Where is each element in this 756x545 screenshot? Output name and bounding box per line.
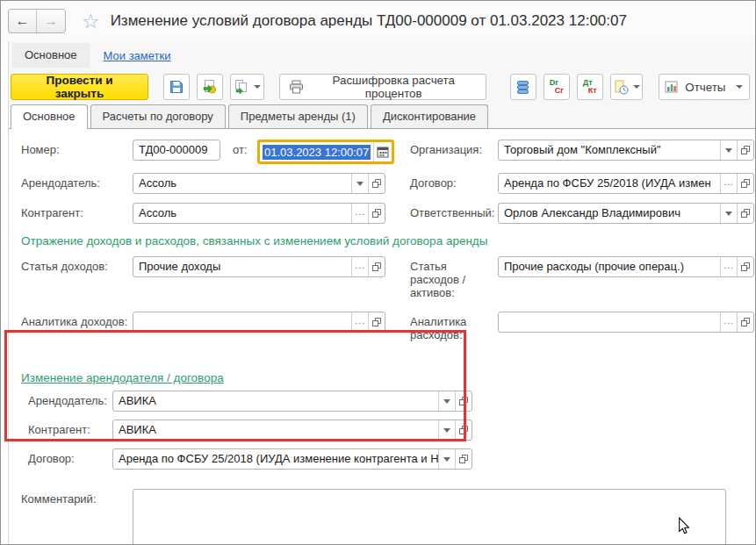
- ellipsis-icon[interactable]: ...: [720, 174, 737, 193]
- number-field[interactable]: ТД00-000009: [133, 140, 220, 160]
- open-form-icon[interactable]: [737, 204, 753, 223]
- expense-analytics-label: Аналитика расходов:: [410, 312, 498, 341]
- responsible-field[interactable]: Орлов Александр Владимирович: [499, 204, 720, 223]
- ellipsis-icon[interactable]: ...: [351, 312, 368, 332]
- dropdown-icon[interactable]: [438, 449, 455, 469]
- ellipsis-icon[interactable]: ...: [351, 204, 368, 223]
- new-lessor-label: Арендодатель:: [28, 391, 112, 412]
- contract-field[interactable]: Аренда по ФСБУ 25/2018 (ИУДА измен: [499, 174, 720, 193]
- change-lessor-section-link[interactable]: Изменение арендодателя / договора: [21, 371, 224, 384]
- open-form-icon[interactable]: [737, 140, 753, 160]
- new-lessor-field[interactable]: АВИКА: [113, 391, 438, 411]
- open-form-icon[interactable]: [737, 174, 753, 193]
- lessor-field[interactable]: Ассоль: [133, 174, 351, 193]
- back-icon[interactable]: ←: [9, 10, 37, 32]
- nav-item-main[interactable]: Основное: [12, 43, 90, 68]
- lessor-label: Арендодатель:: [21, 173, 133, 194]
- save-icon: [169, 79, 184, 95]
- form-area: Номер: ТД00-000009 от: 01.03.2023 12:00:…: [9, 129, 755, 545]
- open-form-icon[interactable]: [368, 312, 385, 332]
- dropdown-icon[interactable]: [720, 140, 737, 160]
- tab-lease-subjects[interactable]: Предметы аренды (1): [228, 104, 368, 128]
- forward-icon[interactable]: →: [37, 10, 65, 32]
- printer-icon: [289, 80, 304, 94]
- open-form-icon[interactable]: [368, 204, 385, 223]
- contract-label: Договор:: [410, 173, 498, 194]
- open-form-icon[interactable]: [737, 257, 753, 276]
- post-and-close-button[interactable]: Провести и закрыть: [11, 74, 148, 100]
- post-document-icon: [202, 79, 218, 95]
- dropdown-icon[interactable]: [438, 420, 455, 440]
- income-item-label: Статья доходов:: [21, 256, 133, 299]
- register-list-icon: [516, 80, 529, 95]
- ellipsis-icon[interactable]: ...: [720, 312, 737, 332]
- report-chart-icon: [665, 80, 679, 94]
- drcr-icon: Dr Cr: [550, 79, 564, 95]
- open-form-icon[interactable]: [455, 420, 472, 440]
- drcr-entries-button[interactable]: Dr Cr: [544, 74, 570, 100]
- dropdown-icon[interactable]: [351, 174, 368, 193]
- open-form-icon[interactable]: [737, 312, 753, 332]
- counterparty-label: Контрагент:: [21, 203, 133, 224]
- income-item-field[interactable]: Прочие доходы: [133, 257, 351, 276]
- organization-field[interactable]: Торговый дом "Комплексный": [499, 140, 720, 160]
- calendar-icon[interactable]: [373, 142, 392, 161]
- dtkt-entries-button[interactable]: Дт Кт: [577, 74, 603, 100]
- interest-calc-decrypt-button[interactable]: Расшифровка расчета процентов: [279, 74, 486, 100]
- dropdown-icon[interactable]: [720, 204, 737, 223]
- command-bar: Провести и закрыть: [9, 69, 755, 104]
- chevron-down-icon: [254, 85, 261, 89]
- number-label: Номер:: [21, 140, 133, 164]
- expense-item-field[interactable]: Прочие расходы (прочие операц.): [499, 257, 720, 276]
- open-form-icon[interactable]: [455, 449, 472, 469]
- open-form-icon[interactable]: [368, 257, 385, 276]
- create-based-on-button[interactable]: [230, 74, 264, 100]
- register-records-button[interactable]: [510, 74, 536, 100]
- save-button[interactable]: [163, 74, 190, 100]
- chevron-down-icon: [736, 85, 743, 89]
- copy-document-icon: [234, 79, 249, 95]
- document-tabs: Основное Расчеты по договору Предметы ар…: [9, 104, 755, 129]
- income-expense-section-title: Отражение доходов и расходов, связанных …: [21, 234, 743, 247]
- tab-main[interactable]: Основное: [11, 104, 88, 129]
- favorite-star-icon[interactable]: ☆: [82, 11, 100, 32]
- expense-item-label: Статья расходов / активов:: [410, 256, 498, 299]
- reports-button[interactable]: Отчеты: [659, 74, 750, 100]
- history-nav-group: ← →: [8, 9, 66, 33]
- ellipsis-icon[interactable]: ...: [720, 257, 737, 276]
- open-form-icon[interactable]: [455, 391, 472, 411]
- date-selected-text: 01.03.2023 12:00:07: [263, 145, 371, 160]
- new-counterparty-field[interactable]: АВИКА: [113, 420, 438, 440]
- nav-link-row: Основное Мои заметки: [9, 41, 755, 69]
- counterparty-field[interactable]: Ассоль: [133, 204, 351, 223]
- income-analytics-label: Аналитика доходов:: [21, 312, 133, 341]
- document-form-window: ← → ☆ Изменение условий договора аренды …: [0, 0, 756, 545]
- organization-label: Организация:: [410, 140, 498, 164]
- page-title: Изменение условий договора аренды ТД00-0…: [111, 12, 627, 30]
- comment-field[interactable]: [133, 489, 726, 545]
- expense-analytics-field[interactable]: [499, 312, 720, 332]
- income-analytics-field[interactable]: [133, 312, 351, 332]
- new-counterparty-label: Контрагент:: [28, 420, 112, 441]
- tab-discounting[interactable]: Дисконтирование: [371, 104, 488, 128]
- responsible-label: Ответственный:: [410, 203, 498, 224]
- post-document-button[interactable]: [197, 74, 223, 100]
- chevron-down-icon: [633, 85, 640, 89]
- dropdown-icon[interactable]: [438, 391, 455, 411]
- date-field[interactable]: 01.03.2023 12:00:07: [257, 140, 394, 164]
- open-form-icon[interactable]: [368, 174, 385, 193]
- comment-label: Комментарий:: [21, 489, 133, 545]
- tab-contract-settlements[interactable]: Расчеты по договору: [90, 104, 226, 128]
- dtkt-icon: Дт Кт: [583, 79, 597, 95]
- nav-item-my-notes[interactable]: Мои заметки: [104, 49, 171, 62]
- new-contract-field[interactable]: Аренда по ФСБУ 25/2018 (ИУДА изменение к…: [113, 449, 438, 469]
- ellipsis-icon[interactable]: ...: [351, 257, 368, 276]
- date-label: от:: [220, 140, 252, 164]
- title-bar: ← → ☆ Изменение условий договора аренды …: [1, 1, 755, 41]
- document-history-icon: [614, 80, 629, 95]
- new-contract-label: Договор:: [28, 448, 112, 470]
- document-movements-button[interactable]: [610, 74, 644, 100]
